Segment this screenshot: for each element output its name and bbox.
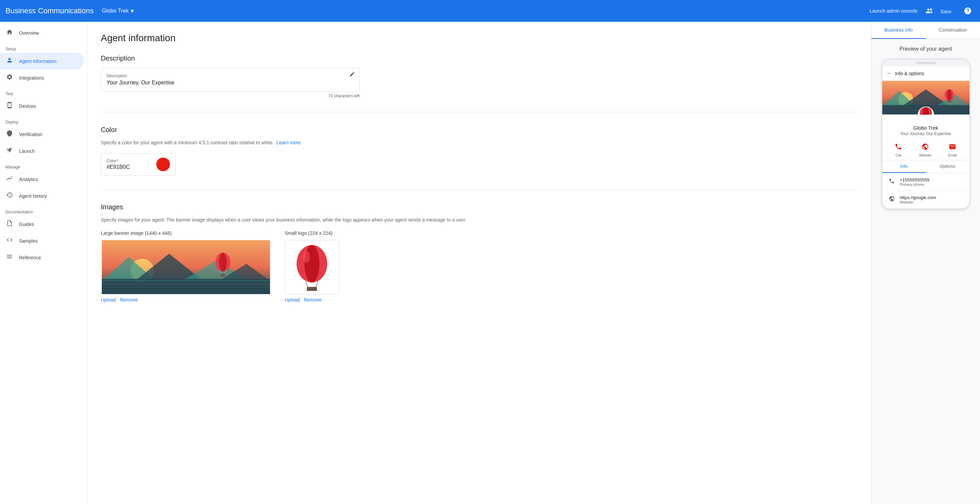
brand-name: Globo Trek <box>102 8 128 14</box>
phone-action-website[interactable]: Website <box>919 143 931 157</box>
logo-upload-link[interactable]: Upload <box>285 297 300 303</box>
brand-selector[interactable]: Globo Trek ▾ <box>102 7 134 14</box>
save-button[interactable]: Save <box>932 5 959 18</box>
phone-tab-options[interactable]: Options <box>926 160 969 173</box>
phone-notch <box>916 62 936 64</box>
sidebar-label-analytics: Analytics <box>19 177 38 182</box>
website-icon <box>921 143 929 152</box>
banner-remove-link[interactable]: Remove <box>120 297 138 303</box>
banner-upload-link[interactable]: Upload <box>101 297 116 303</box>
preview-section: Preview of your agent ← Info & options <box>871 39 980 216</box>
phone-info-row-website: https://google.com Website <box>882 191 969 209</box>
sidebar-section-manage: Manage <box>0 159 87 171</box>
banner-label: Large banner image (1440 x 448) <box>101 230 271 236</box>
phone-agent-name: Globo Trek <box>882 125 969 131</box>
logo-image <box>285 240 339 294</box>
sidebar-item-guides[interactable]: Guides <box>0 216 84 233</box>
sidebar-label-samples: Samples <box>19 238 37 244</box>
sidebar-item-overview[interactable]: Overview <box>0 24 84 41</box>
home-icon <box>5 29 14 37</box>
color-section: Color Specify a color for your agent wit… <box>101 126 858 190</box>
color-field-inner: Color* #E91B0C <box>107 158 156 170</box>
guides-icon <box>5 220 14 228</box>
phone-info-tabs: Info Options <box>882 160 969 173</box>
shield-icon <box>5 130 14 138</box>
phone-top-bar <box>882 60 969 67</box>
color-section-title: Color <box>101 126 858 134</box>
reference-icon <box>5 253 14 262</box>
website-label: Website <box>919 154 931 157</box>
logo-remove-link[interactable]: Remove <box>304 297 321 303</box>
phone-agent-desc: Your Journey, Our Expertise <box>882 131 969 140</box>
sidebar-label-overview: Overview <box>19 30 39 36</box>
edit-icon[interactable] <box>349 71 355 79</box>
svg-point-16 <box>304 245 320 282</box>
phone-website-label: Website <box>900 200 936 204</box>
logo-col: Small logo (224 x 224) <box>285 230 339 303</box>
svg-point-29 <box>947 89 952 100</box>
email-icon <box>949 143 956 152</box>
sidebar-item-agent-history[interactable]: Agent history <box>0 187 84 204</box>
svg-point-11 <box>219 253 227 271</box>
tab-business-info[interactable]: Business info <box>871 22 926 39</box>
banner-col: Large banner image (1440 x 448) <box>101 230 271 303</box>
right-panel: Business info Conversation Preview of yo… <box>871 22 980 504</box>
color-label: Color* <box>107 158 156 163</box>
sidebar: Overview Setup Agent information Integra… <box>0 22 87 504</box>
color-swatch[interactable] <box>156 158 170 171</box>
phone-action-call[interactable]: Call <box>894 143 902 157</box>
page-title: Agent information <box>101 33 858 44</box>
email-label: Email <box>948 154 957 157</box>
description-section: Description Description Your Journey, Ou… <box>101 54 858 112</box>
svg-line-18 <box>306 281 308 287</box>
images-section-title: Images <box>101 203 858 211</box>
sidebar-label-integrations: Integrations <box>19 75 44 81</box>
sidebar-label-launch: Launch <box>19 148 35 154</box>
phone-info-call-icon <box>888 178 896 186</box>
sidebar-item-integrations[interactable]: Integrations <box>0 70 84 86</box>
phone-icon <box>5 102 14 110</box>
analytics-icon <box>5 175 14 184</box>
images-section-desc: Specify images for your agent. The banne… <box>101 216 858 223</box>
banner-image <box>101 240 271 294</box>
launch-icon <box>5 147 14 155</box>
sidebar-label-agent-information: Agent information <box>19 59 57 64</box>
app-header: Business Communications Globo Trek ▾ Lau… <box>0 0 980 22</box>
phone-nav-title: Info & options <box>895 71 924 76</box>
phone-info-website-text: https://google.com Website <box>900 195 936 204</box>
right-panel-tabs: Business info Conversation <box>871 22 980 39</box>
sidebar-item-devices[interactable]: Devices <box>0 98 84 114</box>
sidebar-item-analytics[interactable]: Analytics <box>0 171 84 187</box>
history-icon <box>5 192 14 200</box>
sidebar-item-launch[interactable]: Launch <box>0 143 84 159</box>
phone-number: +15555555555 <box>900 177 930 182</box>
chevron-down-icon: ▾ <box>131 7 134 14</box>
phone-nav-bar: ← Info & options <box>882 67 969 81</box>
sidebar-label-devices: Devices <box>19 103 36 109</box>
tab-conversation[interactable]: Conversation <box>926 22 980 39</box>
phone-tab-info[interactable]: Info <box>882 160 926 173</box>
sidebar-item-agent-information[interactable]: Agent information <box>0 53 84 70</box>
sidebar-item-verification[interactable]: Verification <box>0 126 84 143</box>
sidebar-item-reference[interactable]: Reference <box>0 249 84 266</box>
main-content: Agent information Description Descriptio… <box>87 22 871 504</box>
phone-action-email[interactable]: Email <box>948 143 957 157</box>
sidebar-item-samples[interactable]: Samples <box>0 233 84 249</box>
app-title: Business Communications <box>5 6 94 15</box>
svg-rect-30 <box>947 101 951 102</box>
launch-admin-link[interactable]: Launch admin console <box>870 8 917 14</box>
banner-actions: Upload Remove <box>101 297 271 303</box>
color-field[interactable]: Color* #E91B0C <box>101 153 176 176</box>
logo-actions: Upload Remove <box>285 297 339 303</box>
help-icon[interactable] <box>961 4 975 18</box>
phone-info-website-icon <box>888 196 896 203</box>
color-section-desc: Specify a color for your agent with a mi… <box>101 139 858 146</box>
phone-banner <box>882 81 969 115</box>
svg-rect-20 <box>307 287 317 291</box>
description-field[interactable]: Description Your Journey, Our Expertise <box>101 68 360 92</box>
back-arrow-icon[interactable]: ← <box>886 70 892 77</box>
images-section: Images Specify images for your agent. Th… <box>101 203 858 316</box>
learn-more-link[interactable]: Learn more <box>277 140 301 145</box>
svg-rect-14 <box>221 274 226 277</box>
sidebar-section-deploy: Deploy <box>0 114 87 126</box>
